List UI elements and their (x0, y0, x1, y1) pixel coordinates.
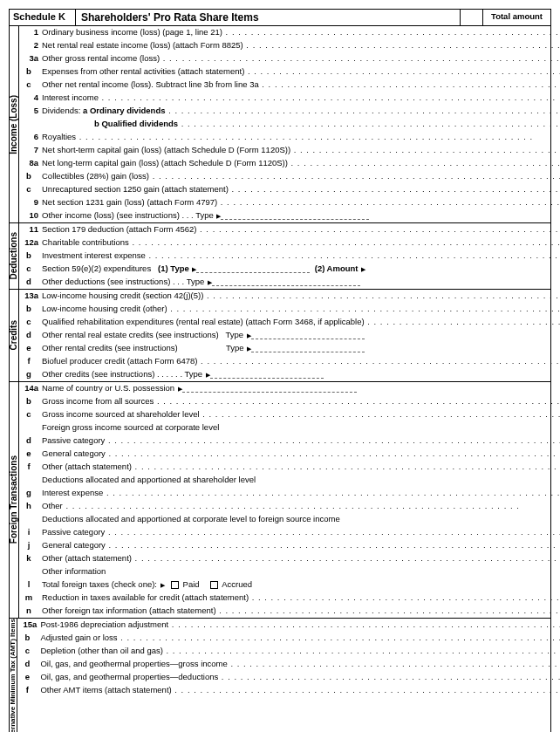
section-deductions: Deductions 11Section 179 deduction (atta… (10, 223, 550, 290)
line-14k: Other (attach statement) (42, 552, 560, 565)
line-10: Other income (loss) (see instructions) .… (42, 209, 560, 222)
line-14e: General category (42, 448, 560, 461)
vlabel-amt: Alternative Minimum Tax (AMT) Items (10, 619, 17, 732)
line-12c: Section 59(e)(2) expenditures (1) Type (… (42, 263, 560, 276)
section-amt: Alternative Minimum Tax (AMT) Items 15aP… (10, 619, 550, 732)
hdr-foreign-gross: Foreign gross income sourced at corporat… (42, 421, 560, 434)
line-8b: Collectibles (28%) gain (loss) (42, 170, 560, 183)
line-2: Net rental real estate income (loss) (at… (42, 39, 560, 52)
line-13b: Low-income housing credit (other) (42, 303, 560, 316)
hdr-ded-corporate: Deductions allocated and apportioned at … (42, 513, 560, 526)
section-income: Income (Loss) 1Ordinary business income … (10, 26, 550, 223)
arrow-icon (360, 263, 365, 273)
line-13a: Low-income housing credit (section 42(j)… (42, 290, 560, 303)
header-title: Shareholders' Pro Rata Share Items (76, 10, 460, 25)
line-13f: Biofuel producer credit (attach Form 647… (42, 355, 560, 368)
line-9: Net section 1231 gain (loss) (attach For… (42, 196, 560, 209)
line-14a: Name of country or U.S. possession (42, 382, 560, 395)
line-5: Dividends: a Ordinary dividends (42, 105, 560, 118)
line-15a: Post-1986 depreciation adjustment (40, 619, 560, 632)
header-row: Schedule K Shareholders' Pro Rata Share … (10, 10, 550, 26)
hdr-other-info: Other information (42, 565, 560, 578)
line-12b: Investment interest expense (42, 250, 560, 263)
line-3a: Other gross rental income (loss) (42, 52, 560, 65)
header-spacer (460, 10, 482, 25)
type-field-12d[interactable] (212, 277, 360, 286)
arrow-icon (160, 579, 165, 589)
line-15e: Oil, gas, and geothermal properties—dedu… (40, 671, 560, 684)
line-1: Ordinary business income (loss) (page 1,… (42, 26, 560, 39)
vlabel-credits: Credits (10, 290, 19, 381)
line-14h: Other (42, 500, 560, 513)
line-13c: Qualified rehabilitation expenditures (r… (42, 316, 560, 329)
line-12a: Charitable contributions (42, 236, 560, 250)
line-8c: Unrecaptured section 1250 gain (attach s… (42, 183, 560, 196)
line-15f: Other AMT items (attach statement) (40, 684, 560, 697)
vlabel-income: Income (Loss) (10, 26, 19, 222)
type-field-13e[interactable] (251, 343, 365, 352)
line-8a: Net long-term capital gain (loss) (attac… (42, 157, 560, 170)
line-14i: Passive category (42, 526, 560, 539)
type-field-13g[interactable] (210, 369, 324, 379)
line-14c: Gross income sourced at shareholder leve… (42, 408, 560, 421)
line-15d: Oil, gas, and geothermal properties—gros… (40, 658, 560, 671)
vlabel-foreign: Foreign Transactions (10, 382, 19, 618)
line-7: Net short-term capital gain (loss) (atta… (42, 144, 560, 157)
line-12d: Other deductions (see instructions) . . … (42, 276, 560, 289)
line-4: Interest income (42, 92, 560, 105)
section-foreign: Foreign Transactions 14aName of country … (10, 382, 550, 619)
country-field[interactable] (182, 383, 357, 393)
line-13d: Other rental real estate credits (see in… (42, 329, 560, 342)
line-13e: Other rental credits (see instructions) … (42, 342, 560, 355)
line-14b: Gross income from all sources (42, 395, 560, 408)
line-14f: Other (attach statement) (42, 461, 560, 474)
line-14g: Interest expense (42, 487, 560, 500)
hdr-ded-shareholder: Deductions allocated and apportioned at … (42, 474, 560, 487)
vlabel-deductions: Deductions (10, 223, 19, 289)
schedule-label: Schedule K (10, 10, 76, 25)
type-field-13d[interactable] (251, 330, 365, 339)
line-11: Section 179 deduction (attach Form 4562) (42, 223, 560, 236)
line-14l: Total foreign taxes (check one): Paid Ac… (42, 578, 560, 592)
line-15c: Depletion (other than oil and gas) (40, 645, 560, 658)
line-15b: Adjusted gain or loss (40, 632, 560, 645)
line-13g: Other credits (see instructions) . . . .… (42, 368, 560, 381)
line-14n: Other foreign tax information (attach st… (42, 605, 560, 618)
type-field-10[interactable] (221, 210, 369, 220)
line-14j: General category (42, 539, 560, 552)
checkbox-accrued[interactable] (210, 581, 218, 589)
line-3c: Other net rental income (loss). Subtract… (42, 79, 560, 92)
checkbox-paid[interactable] (171, 581, 179, 589)
line-14m: Reduction in taxes available for credit … (42, 592, 560, 605)
section-credits: Credits 13aLow-income housing credit (se… (10, 290, 550, 382)
line-6: Royalties (42, 131, 560, 144)
header-total: Total amount (482, 10, 550, 25)
line-5b: b Qualified dividends (42, 118, 560, 131)
type-field-12c[interactable] (196, 263, 310, 273)
schedule-k-form: Schedule K Shareholders' Pro Rata Share … (9, 9, 551, 732)
line-3b: Expenses from other rental activities (a… (42, 65, 560, 79)
line-14d: Passive category (42, 434, 560, 448)
